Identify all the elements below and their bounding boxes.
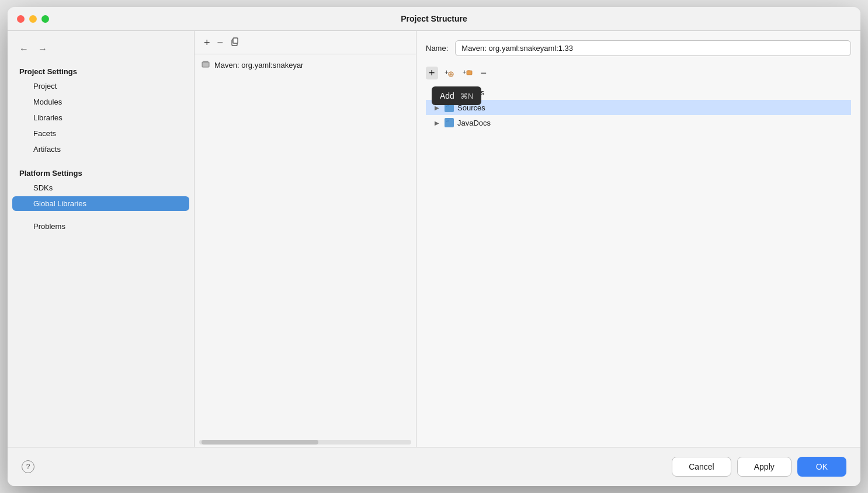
add-folder-icon: + (462, 67, 473, 77)
sidebar-divider (8, 157, 194, 164)
svg-rect-4 (203, 61, 208, 63)
sidebar-item-modules[interactable]: Modules (12, 95, 189, 109)
add-tooltip: Add ⌘N (432, 86, 481, 105)
sidebar-item-global-libraries[interactable]: Global Libraries (12, 196, 189, 211)
apply-button[interactable]: Apply (737, 457, 791, 477)
back-button[interactable]: ← (17, 43, 31, 55)
copy-icon (230, 37, 239, 46)
minimize-button[interactable] (29, 15, 37, 23)
copy-library-button[interactable] (228, 36, 242, 49)
name-input[interactable] (455, 40, 851, 56)
svg-rect-10 (467, 71, 472, 75)
library-icon (202, 60, 210, 70)
ok-button[interactable]: OK (797, 457, 846, 477)
tree-item-sources[interactable]: ▶ Sources (426, 100, 851, 115)
tree-item-javadocs[interactable]: ▶ JavaDocs (426, 115, 851, 130)
close-button[interactable] (17, 15, 25, 23)
list-panel: + − (195, 31, 416, 447)
scrollbar-thumb[interactable] (202, 440, 318, 445)
name-label: Name: (426, 44, 448, 53)
add-entry-button[interactable]: + (426, 67, 438, 79)
right-panel: + − (195, 31, 860, 447)
window-controls (17, 15, 49, 23)
svg-rect-2 (202, 62, 209, 67)
javadocs-chevron: ▶ (433, 119, 441, 127)
help-button[interactable]: ? (22, 460, 34, 473)
dialog-title: Project Structure (401, 14, 467, 23)
cancel-button[interactable]: Cancel (672, 457, 731, 477)
project-settings-title: Project Settings (8, 63, 194, 78)
list-toolbar: + − (195, 31, 416, 54)
add-library-button[interactable]: + (202, 36, 213, 49)
tree-item-classes[interactable]: ▶ Classes (426, 85, 851, 100)
sidebar-item-libraries[interactable]: Libraries (12, 110, 189, 125)
detail-toolbar: + + + (426, 65, 851, 80)
detail-panel: Name: + + (416, 31, 860, 447)
bottom-bar: ? Cancel Apply OK (8, 447, 860, 486)
sidebar: ← → Project Settings Project Modules Lib… (8, 31, 195, 447)
sidebar-item-project[interactable]: Project (12, 79, 189, 93)
svg-text:+: + (463, 68, 466, 75)
tree-container[interactable]: ▶ Classes ▶ (426, 85, 851, 438)
sidebar-item-artifacts[interactable]: Artifacts (12, 142, 189, 157)
add-folder-button[interactable]: + (459, 65, 475, 80)
add-with-target-button[interactable]: + (440, 65, 457, 80)
javadocs-icon (445, 118, 454, 127)
scrollbar-track[interactable] (199, 440, 411, 445)
forward-button[interactable]: → (36, 43, 50, 55)
svg-text:+: + (445, 68, 449, 77)
title-bar: Project Structure (8, 7, 860, 31)
remove-entry-button[interactable]: − (478, 67, 490, 79)
nav-buttons: ← → (8, 40, 194, 63)
name-row: Name: (426, 40, 851, 56)
maximize-button[interactable] (41, 15, 49, 23)
tooltip-shortcut: ⌘N (460, 92, 473, 100)
sidebar-item-sdks[interactable]: SDKs (12, 180, 189, 195)
remove-library-button[interactable]: − (215, 36, 226, 49)
library-item[interactable]: Maven: org.yaml:snakeyar (195, 57, 416, 74)
right-panel-inner: + − (195, 31, 860, 447)
sidebar-item-problems[interactable]: Problems (12, 219, 189, 234)
library-item-label: Maven: org.yaml:snakeyar (214, 61, 303, 70)
svg-rect-1 (233, 38, 238, 43)
platform-settings-title: Platform Settings (8, 164, 194, 180)
bottom-buttons: Cancel Apply OK (672, 457, 846, 477)
add-target-icon: + (443, 67, 454, 77)
sidebar-spacer (8, 211, 194, 218)
main-content: ← → Project Settings Project Modules Lib… (8, 31, 860, 447)
project-structure-dialog: Project Structure ← → Project Settings P… (8, 7, 860, 486)
tooltip-label: Add (440, 91, 454, 100)
svg-rect-13 (446, 121, 452, 125)
javadocs-label: JavaDocs (457, 119, 491, 127)
sidebar-item-facets[interactable]: Facets (12, 126, 189, 141)
library-list[interactable]: Maven: org.yaml:snakeyar (195, 54, 416, 438)
svg-rect-12 (446, 106, 452, 110)
